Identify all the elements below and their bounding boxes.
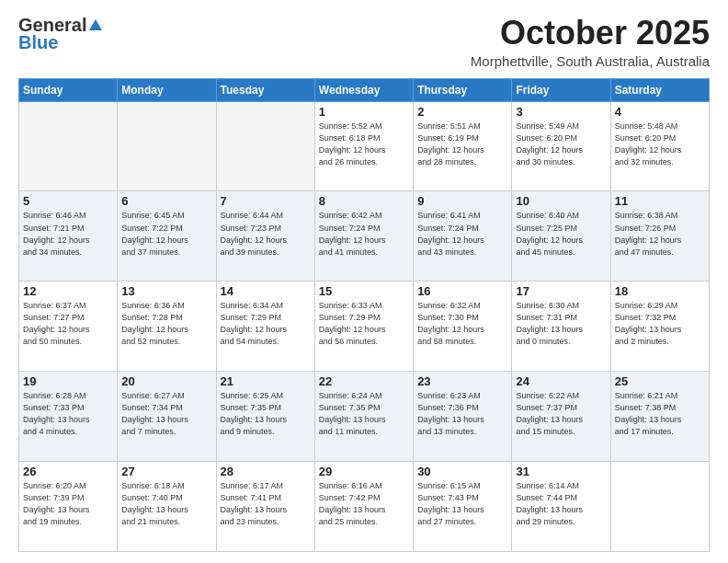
table-row: 17Sunrise: 6:30 AM Sunset: 7:31 PM Dayli…	[512, 282, 610, 372]
table-row: 6Sunrise: 6:45 AM Sunset: 7:22 PM Daylig…	[118, 191, 216, 282]
table-row	[118, 101, 216, 191]
table-row: 7Sunrise: 6:44 AM Sunset: 7:23 PM Daylig…	[216, 191, 314, 282]
day-number: 20	[121, 374, 211, 388]
table-row: 18Sunrise: 6:29 AM Sunset: 7:32 PM Dayli…	[610, 282, 709, 372]
day-number: 4	[615, 105, 705, 119]
logo-blue-text: Blue	[18, 32, 58, 53]
day-info: Sunrise: 6:37 AM Sunset: 7:27 PM Dayligh…	[23, 300, 113, 348]
location-title: Morphettville, South Australia, Australi…	[471, 53, 710, 69]
table-row	[19, 101, 118, 191]
day-info: Sunrise: 5:51 AM Sunset: 6:19 PM Dayligh…	[417, 121, 507, 168]
day-number: 11	[615, 194, 705, 208]
col-wednesday: Wednesday	[314, 78, 413, 101]
day-number: 25	[615, 374, 705, 388]
table-row: 20Sunrise: 6:27 AM Sunset: 7:34 PM Dayli…	[118, 372, 216, 462]
day-info: Sunrise: 6:34 AM Sunset: 7:29 PM Dayligh…	[221, 300, 311, 348]
day-number: 8	[319, 194, 409, 208]
day-info: Sunrise: 6:29 AM Sunset: 7:32 PM Dayligh…	[615, 300, 705, 348]
day-number: 6	[121, 194, 211, 208]
header: General Blue October 2025 Morphettville,…	[18, 15, 710, 69]
month-title: October 2025	[471, 15, 710, 52]
table-row: 19Sunrise: 6:28 AM Sunset: 7:33 PM Dayli…	[19, 372, 118, 462]
day-number: 21	[221, 374, 311, 388]
day-number: 5	[23, 194, 113, 208]
title-block: October 2025 Morphettville, South Austra…	[471, 15, 710, 69]
day-number: 19	[23, 374, 113, 388]
calendar-week-row: 12Sunrise: 6:37 AM Sunset: 7:27 PM Dayli…	[19, 282, 710, 372]
day-info: Sunrise: 6:18 AM Sunset: 7:40 PM Dayligh…	[121, 480, 211, 528]
day-number: 24	[516, 374, 606, 388]
table-row: 11Sunrise: 6:38 AM Sunset: 7:26 PM Dayli…	[610, 191, 709, 282]
day-info: Sunrise: 6:16 AM Sunset: 7:42 PM Dayligh…	[319, 480, 409, 528]
day-info: Sunrise: 6:40 AM Sunset: 7:25 PM Dayligh…	[516, 210, 606, 258]
col-tuesday: Tuesday	[216, 78, 314, 101]
day-info: Sunrise: 6:30 AM Sunset: 7:31 PM Dayligh…	[516, 300, 606, 348]
col-sunday: Sunday	[19, 78, 118, 101]
logo: General Blue	[18, 15, 105, 53]
day-number: 3	[516, 105, 606, 119]
day-number: 30	[417, 465, 507, 478]
table-row: 14Sunrise: 6:34 AM Sunset: 7:29 PM Dayli…	[216, 282, 314, 372]
day-info: Sunrise: 6:21 AM Sunset: 7:38 PM Dayligh…	[615, 390, 705, 438]
day-info: Sunrise: 6:22 AM Sunset: 7:37 PM Dayligh…	[516, 390, 606, 438]
table-row: 22Sunrise: 6:24 AM Sunset: 7:35 PM Dayli…	[314, 372, 413, 462]
table-row: 23Sunrise: 6:23 AM Sunset: 7:36 PM Dayli…	[414, 372, 512, 462]
day-info: Sunrise: 6:28 AM Sunset: 7:33 PM Dayligh…	[23, 390, 113, 438]
col-friday: Friday	[512, 78, 610, 101]
day-number: 28	[221, 465, 311, 478]
day-number: 10	[516, 194, 606, 208]
day-number: 23	[417, 374, 507, 388]
table-row: 5Sunrise: 6:46 AM Sunset: 7:21 PM Daylig…	[19, 191, 118, 282]
day-info: Sunrise: 6:33 AM Sunset: 7:29 PM Dayligh…	[319, 300, 409, 348]
day-info: Sunrise: 6:15 AM Sunset: 7:43 PM Dayligh…	[417, 480, 507, 528]
table-row: 29Sunrise: 6:16 AM Sunset: 7:42 PM Dayli…	[314, 462, 413, 552]
table-row	[216, 101, 314, 191]
table-row: 13Sunrise: 6:36 AM Sunset: 7:28 PM Dayli…	[118, 282, 216, 372]
day-number: 26	[23, 465, 113, 478]
day-info: Sunrise: 6:45 AM Sunset: 7:22 PM Dayligh…	[121, 210, 211, 258]
day-info: Sunrise: 6:23 AM Sunset: 7:36 PM Dayligh…	[417, 390, 507, 438]
day-info: Sunrise: 6:14 AM Sunset: 7:44 PM Dayligh…	[516, 480, 606, 528]
day-info: Sunrise: 5:48 AM Sunset: 6:20 PM Dayligh…	[615, 121, 705, 168]
table-row: 16Sunrise: 6:32 AM Sunset: 7:30 PM Dayli…	[414, 282, 512, 372]
table-row: 9Sunrise: 6:41 AM Sunset: 7:24 PM Daylig…	[414, 191, 512, 282]
day-number: 2	[417, 105, 507, 119]
day-info: Sunrise: 6:36 AM Sunset: 7:28 PM Dayligh…	[121, 300, 211, 348]
table-row: 27Sunrise: 6:18 AM Sunset: 7:40 PM Dayli…	[118, 462, 216, 552]
table-row: 15Sunrise: 6:33 AM Sunset: 7:29 PM Dayli…	[314, 282, 413, 372]
day-number: 16	[417, 284, 507, 298]
day-number: 18	[615, 284, 705, 298]
day-info: Sunrise: 6:46 AM Sunset: 7:21 PM Dayligh…	[23, 210, 113, 258]
day-info: Sunrise: 5:52 AM Sunset: 6:18 PM Dayligh…	[319, 121, 409, 168]
day-number: 12	[23, 284, 113, 298]
table-row: 28Sunrise: 6:17 AM Sunset: 7:41 PM Dayli…	[216, 462, 314, 552]
table-row: 25Sunrise: 6:21 AM Sunset: 7:38 PM Dayli…	[610, 372, 709, 462]
logo-icon	[87, 17, 104, 34]
day-info: Sunrise: 6:25 AM Sunset: 7:35 PM Dayligh…	[221, 390, 311, 438]
table-row: 2Sunrise: 5:51 AM Sunset: 6:19 PM Daylig…	[414, 101, 512, 191]
table-row: 21Sunrise: 6:25 AM Sunset: 7:35 PM Dayli…	[216, 372, 314, 462]
day-number: 1	[319, 105, 409, 119]
table-row: 10Sunrise: 6:40 AM Sunset: 7:25 PM Dayli…	[512, 191, 610, 282]
table-row: 24Sunrise: 6:22 AM Sunset: 7:37 PM Dayli…	[512, 372, 610, 462]
day-info: Sunrise: 6:41 AM Sunset: 7:24 PM Dayligh…	[417, 210, 507, 258]
day-info: Sunrise: 6:38 AM Sunset: 7:26 PM Dayligh…	[615, 210, 705, 258]
day-info: Sunrise: 6:27 AM Sunset: 7:34 PM Dayligh…	[121, 390, 211, 438]
day-info: Sunrise: 6:20 AM Sunset: 7:39 PM Dayligh…	[23, 480, 113, 528]
day-number: 31	[516, 465, 606, 478]
day-info: Sunrise: 6:42 AM Sunset: 7:24 PM Dayligh…	[319, 210, 409, 258]
table-row: 12Sunrise: 6:37 AM Sunset: 7:27 PM Dayli…	[19, 282, 118, 372]
table-row: 26Sunrise: 6:20 AM Sunset: 7:39 PM Dayli…	[19, 462, 118, 552]
day-number: 13	[121, 284, 211, 298]
day-info: Sunrise: 6:32 AM Sunset: 7:30 PM Dayligh…	[417, 300, 507, 348]
day-number: 29	[319, 465, 409, 478]
table-row: 4Sunrise: 5:48 AM Sunset: 6:20 PM Daylig…	[610, 101, 709, 191]
calendar-body: 1Sunrise: 5:52 AM Sunset: 6:18 PM Daylig…	[19, 101, 710, 551]
day-info: Sunrise: 5:49 AM Sunset: 6:20 PM Dayligh…	[516, 121, 606, 168]
day-number: 15	[319, 284, 409, 298]
col-monday: Monday	[118, 78, 216, 101]
calendar-week-row: 19Sunrise: 6:28 AM Sunset: 7:33 PM Dayli…	[19, 372, 710, 462]
day-number: 7	[221, 194, 311, 208]
table-row: 8Sunrise: 6:42 AM Sunset: 7:24 PM Daylig…	[314, 191, 413, 282]
table-row: 31Sunrise: 6:14 AM Sunset: 7:44 PM Dayli…	[512, 462, 610, 552]
